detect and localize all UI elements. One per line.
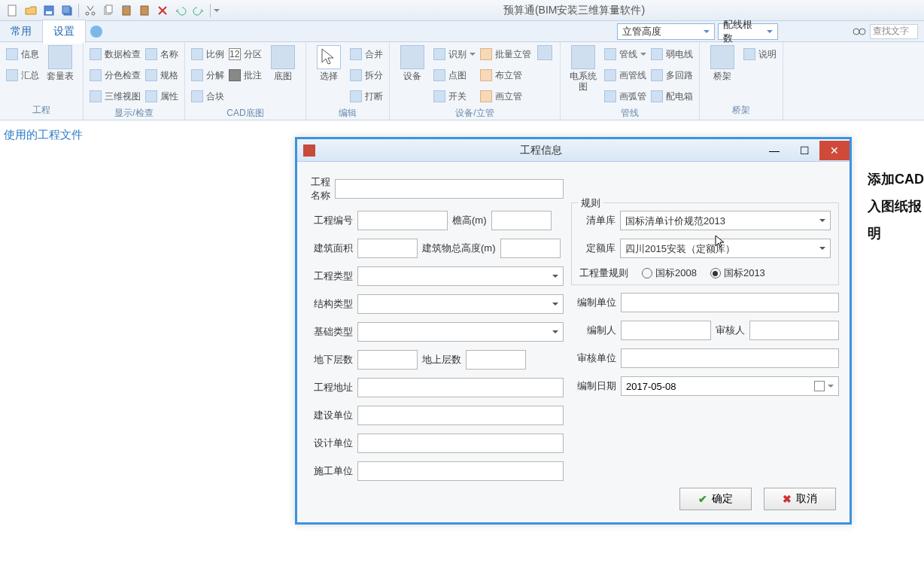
merge-block-button[interactable]: 合块 <box>191 87 224 105</box>
tabs-row: 常用 设置 立管高度 配线根数 查找文字 <box>0 21 924 42</box>
found-type-select[interactable] <box>357 322 564 342</box>
explode-button[interactable]: 分解 <box>191 66 224 84</box>
project-no-input[interactable] <box>357 211 448 230</box>
merge-button[interactable]: 合并 <box>350 45 383 63</box>
annotate-button[interactable]: 批注 <box>229 66 262 84</box>
address-input[interactable] <box>357 378 564 397</box>
undo-icon[interactable] <box>172 2 189 19</box>
qat-more-icon[interactable] <box>214 9 220 15</box>
maximize-button[interactable]: ☐ <box>789 141 819 160</box>
paste2-icon[interactable] <box>136 2 153 19</box>
elec-sys-button[interactable]: 电系统图 <box>567 45 600 93</box>
point-fig-button[interactable]: 点图 <box>433 66 476 84</box>
design-unit-input[interactable] <box>357 434 564 453</box>
close-button[interactable]: ✕ <box>819 141 850 160</box>
svg-rect-0 <box>8 5 16 16</box>
draw-pipe-button[interactable]: 画管线 <box>604 66 646 84</box>
rule-group: 规则 清单库国标清单计价规范2013 定额库四川2015安装（定额库） 工程量规… <box>571 202 839 285</box>
svg-point-11 <box>859 29 865 35</box>
saveall-icon[interactable] <box>59 2 75 19</box>
copy-icon[interactable] <box>100 2 117 19</box>
new-icon[interactable] <box>5 2 21 19</box>
find-input[interactable]: 查找文字 <box>870 24 918 39</box>
scale-button[interactable]: 比例 <box>191 45 224 63</box>
app-title: 预算通(BIM安装三维算量软件) <box>224 4 924 17</box>
project-type-select[interactable] <box>357 266 564 286</box>
gb2008-radio[interactable]: 国标2008 <box>642 266 697 280</box>
split-button[interactable]: 拆分 <box>350 66 383 84</box>
ribbon-group-cad: 比例 分解 合块 12分区 批注 底图 CAD底图 <box>185 42 306 120</box>
review-unit-input[interactable] <box>621 348 839 368</box>
qty-table-button[interactable]: 套量表 <box>44 45 77 81</box>
batch-riser-button[interactable]: 批量立管 <box>480 45 531 63</box>
wire-count-dropdown[interactable]: 配线根数 <box>718 23 778 40</box>
3d-view-button[interactable]: 三维视图 <box>90 87 141 105</box>
switch-button[interactable]: 开关 <box>433 87 476 105</box>
break-button[interactable]: 打断 <box>350 87 383 105</box>
project-name-input[interactable] <box>335 179 564 199</box>
total-height-input[interactable] <box>500 239 561 258</box>
dialog-title: 工程信息 <box>323 144 759 157</box>
dist-box-button[interactable]: 配电箱 <box>651 87 693 105</box>
pipe-button[interactable]: 管线 <box>604 45 646 63</box>
open-icon[interactable] <box>23 2 39 19</box>
spec-toggle[interactable]: 规格 <box>145 66 178 84</box>
info-button[interactable]: 信息 <box>6 45 39 63</box>
compiler-input[interactable] <box>621 321 711 340</box>
attr-toggle[interactable]: 属性 <box>145 87 178 105</box>
data-check-button[interactable]: 数据检查 <box>90 45 141 63</box>
ok-button[interactable]: ✔确定 <box>679 488 752 510</box>
listlib-select[interactable]: 国标清单计价规范2013 <box>620 211 831 230</box>
below-floors-input[interactable] <box>357 350 418 370</box>
project-info-dialog: 工程信息 — ☐ ✕ 工程名称 工程编号檐高(m) 建筑面积建筑物总高度(m) … <box>295 137 852 525</box>
note-button[interactable]: 说明 <box>743 45 777 63</box>
svg-point-10 <box>853 29 859 35</box>
gb2013-radio[interactable]: 国标2013 <box>710 266 765 280</box>
ribbon-group-device: 设备 识别 点图 开关 批量立管 布立管 画立管 设备/立管 <box>390 42 561 120</box>
cut-icon[interactable] <box>82 2 99 19</box>
save-icon[interactable] <box>41 2 57 19</box>
riser-extra-button[interactable] <box>536 45 554 60</box>
struct-type-select[interactable] <box>357 294 564 314</box>
compile-date-input[interactable]: 2017-05-08 <box>621 376 839 396</box>
svg-rect-4 <box>62 6 70 14</box>
build-unit-input[interactable] <box>357 406 564 425</box>
above-floors-input[interactable] <box>466 350 526 370</box>
svg-rect-2 <box>46 11 52 14</box>
basemap-button[interactable]: 底图 <box>266 45 299 81</box>
name-toggle[interactable]: 名称 <box>145 45 178 63</box>
zone-button[interactable]: 12分区 <box>229 45 262 63</box>
place-riser-button[interactable]: 布立管 <box>480 66 531 84</box>
color-check-button[interactable]: 分色检查 <box>90 66 141 84</box>
ribbon: 信息 汇总 套量表 工程 数据检查 分色检查 三维视图 名称 规格 属性 显示/… <box>0 42 924 120</box>
binoculars-icon[interactable] <box>852 24 867 39</box>
reviewer-input[interactable] <box>749 321 839 340</box>
area-input[interactable] <box>357 239 418 258</box>
device-button[interactable]: 设备 <box>396 45 429 81</box>
draw-riser-button[interactable]: 画立管 <box>480 87 531 105</box>
eaves-height-input[interactable] <box>491 211 552 230</box>
const-unit-input[interactable] <box>357 461 564 481</box>
pipe-height-dropdown[interactable]: 立管高度 <box>617 23 715 40</box>
cancel-button[interactable]: ✖取消 <box>764 488 836 510</box>
paste-icon[interactable] <box>118 2 135 19</box>
tab-common[interactable]: 常用 <box>0 20 42 43</box>
recognize-button[interactable]: 识别 <box>433 45 476 63</box>
delete-icon[interactable] <box>154 2 171 19</box>
redo-icon[interactable] <box>190 2 207 19</box>
multi-loop-button[interactable]: 多回路 <box>651 66 693 84</box>
tab-settings[interactable]: 设置 <box>42 20 86 44</box>
compile-unit-input[interactable] <box>621 293 839 312</box>
dialog-titlebar[interactable]: 工程信息 — ☐ ✕ <box>297 139 850 162</box>
draw-arc-button[interactable]: 画弧管 <box>604 87 646 105</box>
calendar-icon[interactable] <box>814 381 825 391</box>
summary-button[interactable]: 汇总 <box>6 66 39 84</box>
select-button[interactable]: 选择 <box>312 45 345 81</box>
weak-wire-button[interactable]: 弱电线 <box>651 45 693 63</box>
quotalib-select[interactable]: 四川2015安装（定额库） <box>620 239 831 258</box>
tab-collapse-icon[interactable] <box>90 26 102 38</box>
ribbon-group-pipe: 电系统图 管线 画管线 画弧管 弱电线 多回路 配电箱 管线 <box>561 42 700 120</box>
title-bar: 预算通(BIM安装三维算量软件) <box>0 0 924 21</box>
tray-button[interactable]: 桥架 <box>706 45 739 81</box>
minimize-button[interactable]: — <box>759 141 789 160</box>
